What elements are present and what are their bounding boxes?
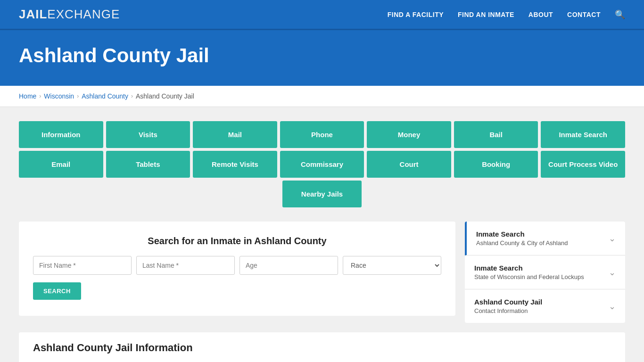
btn-information[interactable]: Information (19, 121, 103, 148)
breadcrumb-sep-2: › (77, 93, 79, 99)
section-title-box: Ashland County Jail Information (19, 332, 625, 362)
btn-tablets[interactable]: Tablets (106, 151, 190, 178)
nav-contact[interactable]: CONTACT (567, 11, 601, 18)
search-button[interactable]: SEARCH (33, 282, 81, 300)
first-name-input[interactable] (33, 256, 132, 275)
breadcrumb-sep-3: › (131, 93, 133, 99)
bottom-section: Search for an Inmate in Ashland County R… (19, 222, 625, 323)
info-panel-text-1: Inmate Search Ashland County & City of A… (476, 230, 568, 247)
btn-booking[interactable]: Booking (454, 151, 538, 178)
main-nav: FIND A FACILITY FIND AN INMATE ABOUT CON… (388, 9, 625, 20)
btn-court[interactable]: Court (367, 151, 451, 178)
logo-exchange: EXCHANGE (47, 7, 120, 21)
btn-inmate-search[interactable]: Inmate Search (541, 121, 625, 148)
search-form-title: Search for an Inmate in Ashland County (33, 236, 441, 247)
info-panel-title-1: Inmate Search (476, 230, 568, 238)
form-row-names: Race White Black Hispanic Asian Native A… (33, 256, 441, 275)
race-select[interactable]: Race White Black Hispanic Asian Native A… (343, 256, 441, 275)
nav-button-grid-row1: Information Visits Mail Phone Money Bail… (19, 121, 625, 148)
search-icon[interactable]: 🔍 (615, 9, 625, 20)
info-panel-sub-3: Contact Information (474, 307, 542, 314)
btn-mail[interactable]: Mail (193, 121, 277, 148)
breadcrumb-home[interactable]: Home (19, 92, 36, 100)
nav-find-facility[interactable]: FIND A FACILITY (388, 11, 444, 18)
info-panel-item-2[interactable]: Inmate Search State of Wisconsin and Fed… (465, 255, 625, 289)
hero-section: Ashland County Jail (0, 30, 644, 86)
logo-jail: JAIL (19, 7, 47, 21)
chevron-down-icon-3: ⌄ (609, 301, 616, 312)
btn-remote-visits[interactable]: Remote Visits (193, 151, 277, 178)
breadcrumb-current: Ashland County Jail (136, 92, 194, 100)
nav-find-inmate[interactable]: FIND AN INMATE (458, 11, 514, 18)
btn-money[interactable]: Money (367, 121, 451, 148)
site-logo[interactable]: JAILEXCHANGE (19, 7, 120, 22)
info-panel-text-3: Ashland County Jail Contact Information (474, 298, 542, 314)
btn-bail[interactable]: Bail (454, 121, 538, 148)
info-panel-title-2: Inmate Search (474, 264, 584, 272)
breadcrumb: Home › Wisconsin › Ashland County › Ashl… (19, 92, 625, 100)
nav-about[interactable]: ABOUT (528, 11, 553, 18)
info-panel-sub-1: Ashland County & City of Ashland (476, 239, 568, 247)
btn-commissary[interactable]: Commissary (280, 151, 364, 178)
btn-visits[interactable]: Visits (106, 121, 190, 148)
info-panel: Inmate Search Ashland County & City of A… (465, 222, 625, 323)
btn-court-process-video[interactable]: Court Process Video (541, 151, 625, 178)
info-panel-item-1[interactable]: Inmate Search Ashland County & City of A… (465, 222, 625, 255)
site-header: JAILEXCHANGE FIND A FACILITY FIND AN INM… (0, 0, 644, 30)
section-title: Ashland County Jail Information (33, 342, 611, 354)
breadcrumb-sep-1: › (39, 93, 41, 99)
info-panel-item-3[interactable]: Ashland County Jail Contact Information … (465, 289, 625, 323)
chevron-down-icon-1: ⌄ (609, 233, 616, 244)
age-input[interactable] (239, 256, 338, 275)
info-panel-text-2: Inmate Search State of Wisconsin and Fed… (474, 264, 584, 280)
btn-email[interactable]: Email (19, 151, 103, 178)
last-name-input[interactable] (136, 256, 235, 275)
btn-nearby-jails[interactable]: Nearby Jails (282, 181, 362, 207)
inmate-search-form: Search for an Inmate in Ashland County R… (19, 222, 455, 316)
chevron-down-icon-2: ⌄ (609, 267, 616, 278)
breadcrumb-bar: Home › Wisconsin › Ashland County › Ashl… (0, 86, 644, 107)
breadcrumb-county[interactable]: Ashland County (82, 92, 128, 100)
page-title: Ashland County Jail (19, 44, 625, 67)
nav-button-grid-row3: Nearby Jails (19, 181, 625, 207)
breadcrumb-state[interactable]: Wisconsin (44, 92, 74, 100)
btn-phone[interactable]: Phone (280, 121, 364, 148)
nav-button-grid-row2: Email Tablets Remote Visits Commissary C… (19, 151, 625, 178)
info-panel-sub-2: State of Wisconsin and Federal Lockups (474, 273, 584, 280)
info-panel-title-3: Ashland County Jail (474, 298, 542, 306)
main-content: Information Visits Mail Phone Money Bail… (0, 107, 644, 362)
